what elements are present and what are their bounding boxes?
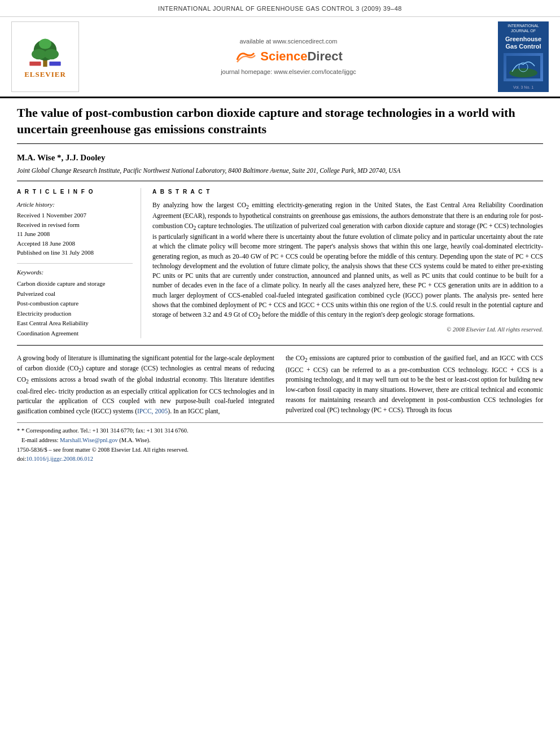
keyword-2: Pulverized coal: [17, 289, 133, 299]
page-wrapper: INTERNATIONAL JOURNAL OF GREENHOUSE GAS …: [0, 0, 560, 747]
body-left-column: A growing body of literature is illumina…: [17, 353, 274, 417]
published-date: Published on line 31 July 2008: [17, 248, 133, 257]
author-names: M.A. Wise *, J.J. Dooley: [17, 153, 106, 162]
doi-link[interactable]: 10.1016/j.ijggc.2008.06.012: [26, 456, 93, 462]
authors: M.A. Wise *, J.J. Dooley: [17, 152, 543, 164]
article-info-column: A R T I C L E I N F O Article history: R…: [17, 188, 141, 339]
abstract-label: A B S T R A C T: [152, 188, 543, 196]
technical-word: technical: [481, 386, 505, 393]
keyword-3: Post-combustion capture: [17, 299, 133, 309]
journal-title: INTERNATIONAL JOURNAL OF GREENHOUSE GAS …: [158, 5, 402, 12]
sciencedirect-center: available at www.sciencedirect.com Scien…: [85, 21, 492, 92]
doi-label: doi:: [17, 456, 26, 462]
cover-volume: Vol. 3 No. 1: [513, 85, 533, 90]
main-content: The value of post-combustion carbon diox…: [0, 98, 560, 475]
email-label: E-mail address:: [21, 437, 59, 443]
revised-date: 11 June 2008: [17, 229, 133, 239]
cover-intl-text: INTERNATIONALJOURNAL OF: [508, 24, 539, 33]
history-title: Article history:: [17, 200, 133, 209]
elsevier-logo: ELSEVIER: [11, 21, 79, 92]
email-footnote: E-mail address: Marshall.Wise@pnl.gov (M…: [17, 436, 543, 445]
email-link[interactable]: Marshall.Wise@pnl.gov: [60, 437, 118, 443]
keyword-5: East Central Area Reliability: [17, 318, 133, 329]
keywords-group: Keywords: Carbon dioxide capture and sto…: [17, 263, 133, 339]
footnotes-section: * * Corresponding author. Tel.: +1 301 3…: [17, 422, 543, 464]
sciencedirect-logo-icon: [234, 49, 257, 65]
accepted-date: Accepted 18 June 2008: [17, 239, 133, 248]
svg-point-4: [39, 38, 51, 49]
and-word: and: [506, 386, 516, 393]
revised-label: Received in revised form: [17, 220, 133, 230]
journal-header: INTERNATIONAL JOURNAL OF GREENHOUSE GAS …: [0, 0, 560, 17]
abstract-text: By analyzing how the largest CO2 emittin…: [152, 200, 543, 321]
elsevier-brand-text: ELSEVIER: [24, 69, 66, 80]
elsevier-tree-icon: [23, 34, 68, 68]
received-date: Received 1 November 2007: [17, 211, 133, 220]
keyword-1: Carbon dioxide capture and storage: [17, 279, 133, 289]
svg-point-2: [32, 49, 46, 59]
ipcc-link[interactable]: IPCC, 2005: [137, 408, 168, 414]
svg-rect-0: [43, 59, 47, 67]
svg-rect-5: [29, 62, 41, 65]
email-suffix: (M.A. Wise).: [119, 437, 150, 443]
article-title: The value of post-combustion carbon diox…: [17, 105, 543, 143]
keywords-title: Keywords:: [17, 268, 133, 277]
svg-rect-6: [49, 62, 60, 65]
body-right-column: the CO2 emissions are captured prior to …: [286, 353, 543, 417]
copyright-line: © 2008 Elsevier Ltd. All rights reserved…: [152, 326, 543, 334]
body-text-section: A growing body of literature is illumina…: [17, 353, 543, 417]
corresponding-text: * Corresponding author. Tel.: +1 301 314…: [21, 427, 189, 434]
sciencedirect-name: ScienceDirect: [260, 48, 343, 65]
affiliation: Joint Global Change Research Institute, …: [17, 166, 543, 175]
cover-title-text: Greenhouse Gas Control: [500, 36, 546, 50]
available-text: available at www.sciencedirect.com: [239, 37, 337, 46]
keyword-6: Coordination Agreement: [17, 329, 133, 339]
issn-footnote: 1750-5836/$ – see front matter © 2008 El…: [17, 445, 543, 455]
doi-footnote: doi:10.1016/j.ijggc.2008.06.012: [17, 455, 543, 464]
article-info-abstract-section: A R T I C L E I N F O Article history: R…: [17, 181, 543, 346]
corresponding-footnote: * * Corresponding author. Tel.: +1 301 3…: [17, 426, 543, 436]
banner-row: ELSEVIER available at www.sciencedirect.…: [0, 17, 560, 98]
keyword-4: Electricity production: [17, 309, 133, 319]
svg-point-3: [44, 49, 59, 59]
article-info-label: A R T I C L E I N F O: [17, 188, 133, 196]
corresponding-marker: *: [17, 427, 20, 434]
sd-logo: ScienceDirect: [234, 48, 343, 65]
greenhouse-cover: INTERNATIONALJOURNAL OF Greenhouse Gas C…: [498, 21, 549, 92]
article-history-group: Article history: Received 1 November 200…: [17, 200, 133, 257]
cover-image: [504, 53, 543, 81]
journal-homepage: journal homepage: www.elsevier.com/locat…: [221, 68, 356, 76]
abstract-column: A B S T R A C T By analyzing how the lar…: [152, 188, 543, 339]
